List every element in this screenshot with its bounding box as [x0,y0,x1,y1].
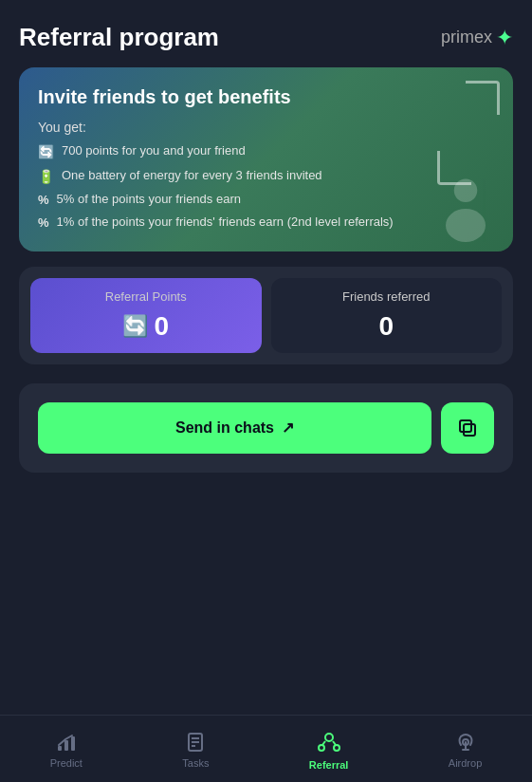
svg-rect-4 [58,746,62,751]
benefit-icon-1: 🔄 [38,143,54,162]
svg-rect-5 [64,740,68,751]
svg-rect-2 [464,424,475,436]
svg-line-15 [333,741,336,745]
nav-item-predict[interactable]: Predict [35,727,98,773]
benefit-text-4: 1% of the points your friends' friends e… [57,214,394,231]
referral-nav-label: Referral [309,759,349,771]
referral-points-icon: 🔄 [122,314,148,339]
nav-item-airdrop[interactable]: Airdrop [433,727,497,773]
copy-link-button[interactable] [441,402,494,454]
friends-referred-number: 0 [378,311,394,342]
svg-point-1 [446,209,486,242]
bracket-top-right-decoration [466,81,500,115]
referral-points-box: Referral Points 🔄 0 [30,278,262,353]
benefit-icon-3: % [38,192,49,209]
svg-point-13 [334,745,339,751]
benefit-item-1: 🔄 700 points for you and your friend [38,142,494,162]
referral-points-number: 0 [154,311,169,342]
tasks-nav-label: Tasks [182,757,209,769]
benefit-text-1: 700 points for you and your friend [62,142,246,159]
send-buttons-group: Send in chats ↗ [38,402,494,454]
benefit-item-2: 🔋 One battery of energy for every 3 frie… [38,167,494,187]
benefit-item-3: % 5% of the points your friends earn [38,191,494,209]
logo-icon: ✦ [496,26,513,50]
referral-points-label: Referral Points [105,289,187,304]
svg-point-11 [325,734,333,741]
svg-point-12 [319,745,324,751]
benefit-text-3: 5% of the points your friends earn [57,191,241,208]
nav-item-tasks[interactable]: Tasks [167,727,224,773]
svg-rect-3 [460,420,471,432]
referral-icon [316,729,342,755]
friends-referred-box: Friends referred 0 [271,278,503,353]
copy-icon [457,418,478,438]
referral-points-value: 🔄 0 [122,311,169,342]
send-in-chats-button[interactable]: Send in chats ↗ [38,402,431,454]
bottom-nav: Predict Tasks Referral Airdrop [0,715,532,782]
tasks-icon [184,731,207,754]
logo: primex ✦ [441,26,513,50]
header: Referral program primex ✦ [19,23,513,52]
invite-benefits-list: 🔄 700 points for you and your friend 🔋 O… [38,142,494,233]
send-section: Send in chats ↗ [19,383,513,473]
predict-icon [55,731,78,754]
external-link-icon: ↗ [282,419,294,437]
benefit-item-4: % 1% of the points your friends' friends… [38,214,494,232]
airdrop-nav-label: Airdrop [449,757,482,769]
predict-nav-label: Predict [50,757,83,769]
friends-referred-label: Friends referred [342,289,430,304]
svg-rect-6 [71,736,75,751]
benefit-text-2: One battery of energy for every 3 friend… [62,167,322,184]
airdrop-icon [454,731,477,754]
friends-referred-value: 0 [378,311,394,342]
invite-you-get-label: You get: [38,120,494,135]
stats-card: Referral Points 🔄 0 Friends referred 0 [19,267,513,364]
logo-text: primex [441,28,492,47]
nav-item-referral[interactable]: Referral [294,725,364,774]
person-silhouette-icon [437,176,494,242]
benefit-icon-2: 🔋 [38,168,54,187]
send-in-chats-label: Send in chats [175,419,274,437]
benefit-icon-4: % [38,214,49,232]
invite-card: Invite friends to get benefits You get: … [19,67,513,251]
invite-card-title: Invite friends to get benefits [38,86,494,108]
svg-line-14 [322,741,325,745]
page-title: Referral program [19,23,219,52]
svg-point-0 [454,178,478,202]
